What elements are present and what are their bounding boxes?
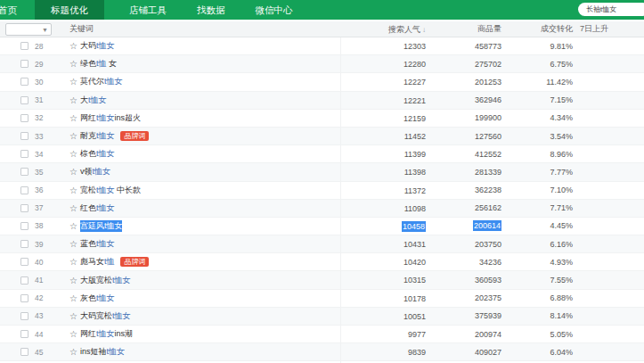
favorite-star-icon[interactable]: ☆ xyxy=(69,329,77,339)
header-items[interactable]: 商品量 xyxy=(426,23,501,35)
table-row[interactable]: 28 ☆ 大码t恤女 12303 458773 9.81% xyxy=(0,37,644,55)
keyword-link[interactable]: 宫廷风t恤女 xyxy=(80,220,123,232)
table-row[interactable]: 38 ☆ 宫廷风t恤女 10458 200614 4.45% xyxy=(0,218,644,235)
keyword-link[interactable]: v领t恤女 xyxy=(80,166,110,177)
header-rise7[interactable]: 7日上升 xyxy=(573,23,644,35)
table-row[interactable]: 45 ☆ ins短袖t恤女 9839 409027 6.04% xyxy=(0,343,644,361)
row-checkbox[interactable] xyxy=(20,258,29,266)
row-check-cell: 35 xyxy=(0,168,69,177)
favorite-star-icon[interactable]: ☆ xyxy=(69,186,77,195)
row-checkbox[interactable] xyxy=(20,150,29,158)
items-cell: 201253 xyxy=(426,78,501,87)
keyword-link[interactable]: 灰色t恤女 xyxy=(80,293,115,304)
favorite-star-icon[interactable]: ☆ xyxy=(69,149,77,159)
nav-tab-find-data[interactable]: 找数据 xyxy=(184,0,238,20)
favorite-star-icon[interactable]: ☆ xyxy=(69,347,77,357)
header-conversion[interactable]: 成交转化 xyxy=(501,23,573,35)
keyword-link[interactable]: 大码宽松t恤女 xyxy=(80,310,131,322)
items-value: 362946 xyxy=(475,95,501,104)
items-value: 201253 xyxy=(475,78,501,87)
favorite-star-icon[interactable]: ☆ xyxy=(69,311,77,321)
table-row[interactable]: 33 ☆ 耐克t恤女 品牌词 11452 127560 3.54% xyxy=(0,128,644,145)
items-value: 275702 xyxy=(475,60,501,69)
row-checkbox[interactable] xyxy=(20,240,29,248)
items-cell: 199900 xyxy=(426,113,501,122)
favorite-star-icon[interactable]: ☆ xyxy=(69,167,77,177)
row-checkbox[interactable] xyxy=(20,114,29,122)
nav-tab-wechat-center[interactable]: 微信中心 xyxy=(243,0,306,20)
header-popularity[interactable]: 搜索人气↓ xyxy=(340,21,426,37)
table-row[interactable]: 42 ☆ 灰色t恤女 10178 202375 6.88% xyxy=(0,290,644,308)
row-checkbox[interactable] xyxy=(20,186,29,194)
keyword-link[interactable]: 棕色t恤女 xyxy=(80,148,115,160)
batch-select-dropdown[interactable]: ▼ xyxy=(5,23,52,36)
favorite-star-icon[interactable]: ☆ xyxy=(69,293,77,303)
favorite-star-icon[interactable]: ☆ xyxy=(69,41,77,51)
keyword-link[interactable]: 宽松t恤女 中长款 xyxy=(80,185,141,196)
row-checkbox[interactable] xyxy=(20,312,29,320)
row-number: 31 xyxy=(35,95,43,104)
table-row[interactable]: 37 ☆ 红色t恤女 11098 256162 7.71% xyxy=(0,200,644,218)
table-row[interactable]: 32 ☆ 网红t恤女ins超火 12159 199900 4.34% xyxy=(0,110,644,128)
table-row[interactable]: 30 ☆ 莫代尔t恤女 12227 201253 11.42% xyxy=(0,73,644,91)
table-row[interactable]: 34 ☆ 棕色t恤女 11399 412552 8.96% xyxy=(0,145,644,163)
table-row[interactable]: 43 ☆ 大码宽松t恤女 10051 375939 8.14% xyxy=(0,308,644,326)
keyword-link[interactable]: 红色t恤女 xyxy=(80,202,115,214)
table-row[interactable]: 39 ☆ 蓝色t恤女 10431 203750 6.16% xyxy=(0,235,644,253)
conversion-value: 6.88% xyxy=(550,293,573,302)
items-cell: 458773 xyxy=(426,42,501,51)
keyword-link[interactable]: ins短袖t恤女 xyxy=(80,346,125,358)
row-number: 30 xyxy=(35,78,43,87)
keyword-search-input[interactable]: 长袖t恤女 xyxy=(578,3,644,16)
row-checkbox[interactable] xyxy=(20,168,29,176)
keyword-link[interactable]: 大版宽松t恤女 xyxy=(80,275,131,286)
nav-tab-title-optimization[interactable]: 标题优化 xyxy=(35,0,104,20)
keyword-link[interactable]: 蓝色t恤女 xyxy=(80,238,115,250)
favorite-star-icon[interactable]: ☆ xyxy=(69,113,77,123)
keyword-cell: ☆ ins短袖t恤女 xyxy=(69,343,340,360)
row-checkbox[interactable] xyxy=(20,276,29,285)
row-checkbox[interactable] xyxy=(20,204,29,212)
row-checkbox[interactable] xyxy=(20,330,29,338)
nav-tab-home[interactable]: 首页 xyxy=(0,0,28,20)
table-row[interactable]: 35 ☆ v领t恤女 11398 281339 7.77% xyxy=(0,163,644,181)
keyword-link[interactable]: 大t恤女 xyxy=(80,95,107,106)
favorite-star-icon[interactable]: ☆ xyxy=(69,203,77,213)
favorite-star-icon[interactable]: ☆ xyxy=(69,221,77,231)
row-checkbox[interactable] xyxy=(20,42,29,50)
favorite-star-icon[interactable]: ☆ xyxy=(69,77,77,87)
nav-tab-shop-tools[interactable]: 店铺工具 xyxy=(117,0,179,20)
table-row[interactable]: 40 ☆ 彪马女t恤 品牌词 10420 34236 4.93% xyxy=(0,253,644,271)
row-checkbox[interactable] xyxy=(20,294,29,302)
row-checkbox[interactable] xyxy=(20,222,29,230)
keyword-table-body: 28 ☆ 大码t恤女 12303 458773 9.81% 29 ☆ 绿色t恤 … xyxy=(0,37,644,363)
row-number: 43 xyxy=(35,311,43,320)
keyword-link[interactable]: 大码t恤女 xyxy=(80,40,115,52)
favorite-star-icon[interactable]: ☆ xyxy=(69,276,77,285)
table-row[interactable]: 44 ☆ 网红t恤女ins潮 9977 200974 5.05% xyxy=(0,326,644,343)
keyword-link[interactable]: 网红t恤女ins超火 xyxy=(80,112,141,124)
favorite-star-icon[interactable]: ☆ xyxy=(69,131,77,141)
keyword-link[interactable]: 彪马女t恤 xyxy=(80,256,115,268)
favorite-star-icon[interactable]: ☆ xyxy=(69,239,77,249)
row-checkbox[interactable] xyxy=(20,348,29,356)
favorite-star-icon[interactable]: ☆ xyxy=(69,95,77,105)
keyword-link[interactable]: 网红t恤女ins潮 xyxy=(80,328,133,340)
keyword-link[interactable]: 耐克t恤女 xyxy=(80,130,115,142)
table-row[interactable]: 36 ☆ 宽松t恤女 中长款 11372 362238 7.10% xyxy=(0,182,644,200)
table-row[interactable]: 41 ☆ 大版宽松t恤女 10315 360593 7.55% xyxy=(0,271,644,289)
table-row[interactable]: 29 ☆ 绿色t恤 女 12280 275702 6.75% xyxy=(0,55,644,73)
favorite-star-icon[interactable]: ☆ xyxy=(69,257,77,267)
items-value: 458773 xyxy=(475,42,501,51)
keyword-link[interactable]: 莫代尔t恤女 xyxy=(80,76,123,87)
favorite-star-icon[interactable]: ☆ xyxy=(69,59,77,69)
table-row[interactable]: 31 ☆ 大t恤女 12221 362946 7.15% xyxy=(0,92,644,110)
conversion-value: 7.77% xyxy=(550,168,573,177)
row-checkbox[interactable] xyxy=(20,78,29,86)
row-checkbox[interactable] xyxy=(20,132,29,140)
conversion-value: 4.34% xyxy=(550,113,573,122)
row-checkbox[interactable] xyxy=(20,60,29,68)
row-checkbox[interactable] xyxy=(20,96,29,104)
conversion-value: 7.71% xyxy=(550,203,573,212)
keyword-link[interactable]: 绿色t恤 女 xyxy=(80,58,117,70)
